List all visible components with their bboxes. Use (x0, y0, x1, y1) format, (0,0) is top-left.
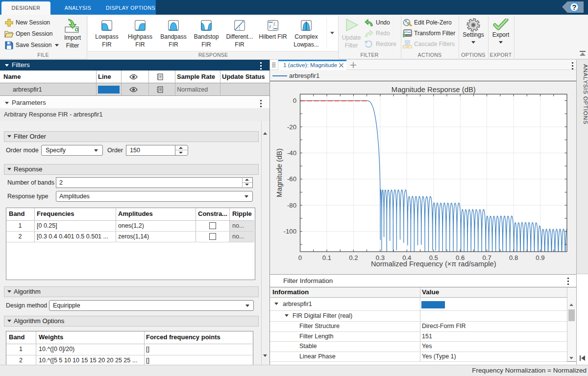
svg-text:?: ? (572, 3, 577, 11)
svg-text:-j: -j (269, 24, 271, 28)
svg-text:0.9: 0.9 (536, 254, 544, 261)
svg-text:Normalized Frequency (×π rad/s: Normalized Frequency (×π rad/sample) (371, 260, 496, 268)
svg-text:0.8: 0.8 (509, 254, 518, 261)
svg-text:-40: -40 (287, 149, 296, 157)
svg-text:j: j (273, 21, 275, 25)
svg-text:0: 0 (298, 254, 302, 261)
svg-text:-80: -80 (287, 202, 296, 209)
svg-text:0.2: 0.2 (349, 254, 358, 261)
svg-text:-60: -60 (287, 175, 296, 183)
svg-text:Magnitude Response (dB): Magnitude Response (dB) (392, 86, 476, 94)
svg-text:-100: -100 (284, 228, 296, 235)
svg-text:0: 0 (293, 97, 296, 104)
svg-text:ANALYSIS OPTIONS: ANALYSIS OPTIONS (583, 64, 588, 124)
svg-text:0.1: 0.1 (322, 254, 331, 261)
svg-text:Magnitude (dB): Magnitude (dB) (275, 148, 283, 197)
svg-text:-20: -20 (287, 123, 296, 131)
